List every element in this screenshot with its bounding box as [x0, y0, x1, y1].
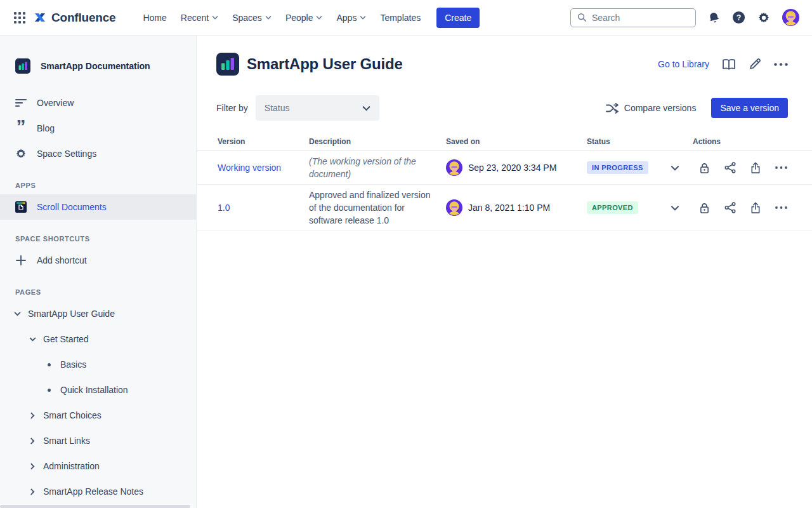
save-a-version-button[interactable]: Save a version — [711, 98, 788, 118]
search-box[interactable] — [570, 8, 696, 27]
confluence-logo-icon — [33, 11, 47, 24]
chevron-right-icon[interactable] — [28, 463, 37, 470]
version-link[interactable]: 1.0 — [218, 203, 309, 213]
chevron-down-icon — [265, 15, 272, 20]
versions-table: Version Description Saved on Status Acti… — [197, 132, 812, 231]
expand-row-chevron-icon[interactable] — [657, 205, 693, 211]
page-tree-item-smart-choices[interactable]: Smart Choices — [0, 403, 196, 428]
saved-on-timestamp: Jan 8, 2021 1:10 PM — [468, 203, 550, 213]
space-icon — [15, 58, 30, 74]
page-tree-item-smart-links[interactable]: Smart Links — [0, 428, 196, 453]
add-shortcut-button[interactable]: Add shortcut — [0, 248, 196, 273]
app-switcher-icon[interactable] — [13, 11, 27, 25]
column-header-description: Description — [309, 137, 446, 146]
nav-templates[interactable]: Templates — [373, 8, 428, 28]
table-row: 1.0 Approved and finalized version of th… — [197, 185, 812, 231]
chevron-down-icon — [362, 105, 370, 111]
edit-pencil-icon[interactable] — [749, 58, 761, 70]
document-versions-panel: SmartApp User Guide Go to Library Filter… — [197, 36, 812, 508]
column-header-version: Version — [218, 137, 309, 146]
chevron-right-icon[interactable] — [28, 488, 37, 495]
status-filter-dropdown[interactable]: Status — [256, 95, 379, 121]
shortcuts-section-label: SPACE SHORTCUTS — [0, 235, 196, 243]
saved-on-timestamp: Sep 23, 2020 3:34 PM — [468, 163, 556, 173]
nav-recent[interactable]: Recent — [174, 8, 225, 28]
version-link[interactable]: Working version — [218, 163, 309, 173]
column-header-saved-on: Saved on — [446, 137, 587, 146]
compare-icon — [606, 103, 619, 114]
primary-nav: Home Recent Spaces People Apps Templates — [136, 8, 428, 28]
export-icon[interactable] — [750, 162, 761, 174]
column-header-actions: Actions — [693, 137, 812, 146]
chevron-right-icon[interactable] — [28, 438, 37, 444]
status-badge: APPROVED — [587, 201, 638, 214]
page-title: SmartApp User Guide — [247, 55, 403, 73]
pages-section-label: PAGES — [0, 288, 196, 296]
version-description: Approved and finalized version of the do… — [309, 185, 446, 231]
expand-row-chevron-icon[interactable] — [657, 165, 693, 171]
sidebar-item-blog[interactable]: ” Blog — [0, 116, 196, 141]
table-row: Working version (The working version of … — [197, 151, 812, 185]
svg-text:?: ? — [737, 13, 742, 22]
share-icon[interactable] — [724, 162, 736, 173]
page-tree-item-basics[interactable]: Basics — [0, 352, 196, 377]
row-more-actions-icon[interactable] — [775, 206, 787, 209]
column-header-status: Status — [587, 137, 657, 146]
nav-apps[interactable]: Apps — [329, 8, 373, 28]
sidebar-item-overview[interactable]: Overview — [0, 90, 196, 116]
sidebar-item-space-settings[interactable]: Space Settings — [0, 141, 196, 166]
chevron-down-icon — [212, 15, 218, 20]
brand-name: Confluence — [51, 11, 115, 25]
table-header-row: Version Description Saved on Status Acti… — [197, 132, 812, 151]
nav-home[interactable]: Home — [136, 8, 173, 28]
go-to-library-link[interactable]: Go to Library — [658, 59, 709, 69]
space-name: SmartApp Documentation — [41, 61, 150, 71]
filter-by-label: Filter by — [216, 103, 248, 113]
sidebar-horizontal-scrollbar[interactable] — [0, 505, 190, 508]
user-avatar[interactable] — [782, 9, 799, 26]
permissions-lock-icon[interactable] — [699, 202, 710, 214]
confluence-logo[interactable]: Confluence — [33, 11, 115, 25]
page-tree-item-administration[interactable]: Administration — [0, 453, 196, 479]
chevron-down-icon — [316, 15, 322, 20]
chevron-right-icon[interactable] — [28, 412, 37, 419]
search-input[interactable] — [592, 13, 674, 23]
page-tree-item-smartapp-user-guide[interactable]: SmartApp User Guide — [0, 301, 196, 326]
nav-people[interactable]: People — [278, 8, 330, 28]
scroll-documents-icon — [15, 200, 27, 214]
create-button[interactable]: Create — [436, 8, 480, 28]
sidebar-item-scroll-documents[interactable]: Scroll Documents — [0, 194, 196, 220]
notifications-bell-icon[interactable] — [708, 11, 720, 23]
more-actions-icon[interactable] — [774, 63, 788, 66]
page-tree: SmartApp User Guide Get Started Basics Q… — [0, 301, 196, 504]
library-book-icon[interactable] — [722, 58, 736, 70]
export-icon[interactable] — [750, 202, 761, 214]
help-icon[interactable]: ? — [732, 11, 745, 24]
gear-icon — [15, 148, 27, 159]
plus-icon — [15, 255, 27, 265]
chevron-down-icon — [360, 15, 366, 20]
document-icon — [216, 53, 239, 76]
blog-quote-icon: ” — [15, 123, 27, 133]
settings-gear-icon[interactable] — [757, 11, 770, 24]
saved-by-avatar — [446, 199, 462, 216]
bullet-icon — [48, 363, 51, 366]
nav-spaces[interactable]: Spaces — [225, 8, 278, 28]
overview-icon — [15, 98, 27, 107]
page-tree-item-smartapp-release-notes[interactable]: SmartApp Release Notes — [0, 479, 196, 504]
row-more-actions-icon[interactable] — [775, 166, 787, 169]
chevron-down-icon[interactable] — [28, 337, 37, 342]
space-header[interactable]: SmartApp Documentation — [0, 58, 196, 74]
apps-section-label: APPS — [0, 182, 196, 189]
compare-versions-button[interactable]: Compare versions — [606, 103, 697, 114]
top-navigation-bar: Confluence Home Recent Spaces People App… — [0, 0, 812, 36]
search-icon — [577, 13, 587, 22]
permissions-lock-icon[interactable] — [699, 162, 710, 174]
space-sidebar: SmartApp Documentation Overview ” Blog S… — [0, 36, 197, 508]
chevron-down-icon[interactable] — [13, 311, 22, 316]
share-icon[interactable] — [724, 202, 736, 213]
status-badge: IN PROGRESS — [587, 161, 648, 174]
page-tree-item-get-started[interactable]: Get Started — [0, 326, 196, 352]
version-description: (The working version of the document) — [309, 151, 446, 184]
page-tree-item-quick-installation[interactable]: Quick Installation — [0, 377, 196, 403]
